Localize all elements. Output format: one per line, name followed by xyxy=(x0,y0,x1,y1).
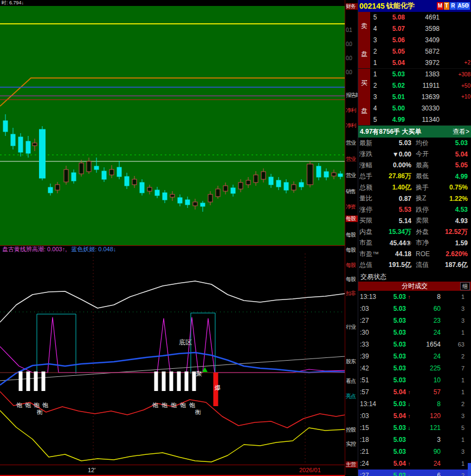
tick-volume: 121 xyxy=(412,424,441,432)
tick-count: 3 xyxy=(441,317,471,324)
tick-row[interactable]: :245.04↑241 xyxy=(358,458,471,470)
stock-badge[interactable]: R xyxy=(450,2,456,10)
stat-label: 流值 xyxy=(416,260,440,270)
sidebar-item[interactable]: 财务 xyxy=(346,3,358,10)
stat-label: 换Z xyxy=(416,194,440,203)
tick-price: 5.03 xyxy=(381,400,406,408)
order-level: 5 xyxy=(370,116,380,123)
sidebar-item[interactable]: 实控 xyxy=(346,441,358,447)
sidebar-item[interactable]: 营业 xyxy=(346,172,358,179)
tick-row[interactable]: :035.03603 xyxy=(358,303,471,315)
stat-value: 5.53 xyxy=(383,206,414,213)
stock-badge[interactable]: M xyxy=(437,2,443,10)
stat-value: 187.6亿 xyxy=(440,260,470,270)
stat-label: 总额 xyxy=(359,183,383,192)
stat-cell: 换Z1.22% xyxy=(415,193,471,205)
stat-cell: 卖限4.93 xyxy=(415,216,471,227)
sidebar-item[interactable]: 营业 xyxy=(346,140,358,146)
tick-row[interactable]: :275.03233 xyxy=(358,315,471,327)
order-book-row[interactable]: 15.043972+2 xyxy=(370,57,471,68)
big-order-banner[interactable]: 4.97有8756手 大买单 查看> xyxy=(358,126,471,138)
axis-label-major: 2026/01 xyxy=(299,467,321,473)
sidebar-item[interactable]: 股东 xyxy=(346,358,358,365)
stat-cell: 最新5.03 xyxy=(358,138,415,149)
sidebar-item[interactable]: 0.0 xyxy=(346,69,358,76)
down-arrow-icon: ↓ xyxy=(406,425,412,431)
orderbook-buy-block: 买盘15.031383+30825.0211911+5035.0113639+1… xyxy=(358,69,471,126)
svg-text:饱: 饱 xyxy=(24,402,31,408)
tick-row[interactable]: :215.03903 xyxy=(358,446,471,458)
quote-stats-grid: 最新5.03均价5.03涨跌▼0.00今开5.04涨幅0.00%最高5.05总手… xyxy=(358,138,471,271)
tick-volume: 24 xyxy=(412,353,441,360)
tick-row[interactable]: 13:145.03↓82 xyxy=(358,398,471,410)
sidebar-item[interactable]: 每股 xyxy=(346,262,358,269)
down-arrow-icon: ↓ xyxy=(406,473,412,476)
tick-count: 3 xyxy=(441,305,471,312)
tick-row[interactable]: :275.03↓62 xyxy=(358,470,471,476)
trade-status-label: 交易状态 xyxy=(358,271,471,282)
stat-cell: 总手27.86万 xyxy=(358,171,415,182)
sidebar-item[interactable]: 净利 xyxy=(346,107,358,114)
info-tab-strip: 财务0.10.00.00.0报告期净利净利营业营业营业销售净资每股每股每股每股每… xyxy=(345,0,358,476)
tick-row[interactable]: :185.0331 xyxy=(358,434,471,446)
tick-row[interactable]: :305.03241 xyxy=(358,327,471,338)
order-volume: 4691 xyxy=(405,14,440,21)
order-book-row[interactable]: 45.073598 xyxy=(370,23,471,35)
order-level: 1 xyxy=(370,59,380,67)
sidebar-item[interactable]: 报告期 xyxy=(346,92,358,99)
order-book-row[interactable]: 35.063409 xyxy=(370,35,471,46)
tick-price: 5.03 xyxy=(381,436,406,444)
sidebar-item[interactable]: 扣非 xyxy=(346,290,358,297)
sidebar-item[interactable]: 销售 xyxy=(346,188,358,195)
tick-row[interactable]: :155.03↓1215 xyxy=(358,422,471,434)
stock-badge[interactable]: A5Θ xyxy=(456,2,470,10)
order-book-row[interactable]: 25.0211911+50 xyxy=(370,80,471,92)
indicator-label-2: 蓝色妖姬: 0.048↓ xyxy=(71,246,116,253)
sidebar-item[interactable]: 行业 xyxy=(346,324,358,330)
stat-label: 市净 xyxy=(416,238,440,247)
tick-row[interactable]: :575.04↑571 xyxy=(358,386,471,398)
order-level: 5 xyxy=(370,14,380,21)
sidebar-item[interactable]: 0.0 xyxy=(346,55,358,62)
scrollbar-thumb[interactable] xyxy=(468,463,471,476)
tick-row[interactable]: :515.03101 xyxy=(358,374,471,386)
order-book-row[interactable]: 55.084691 xyxy=(370,12,471,23)
sidebar-item[interactable]: 净资 xyxy=(346,204,358,210)
stat-value: 27.86万 xyxy=(383,172,414,181)
sidebar-item[interactable]: 每股 xyxy=(346,276,358,283)
indicator-panel-chart[interactable]: 底区饱饱饱饱衡饱饱饱饱饱衡聚爆 xyxy=(0,253,345,465)
tick-row[interactable]: :035.04↑1203 xyxy=(358,410,471,422)
sidebar-item[interactable]: 0.1 xyxy=(346,27,358,34)
svg-text:饱: 饱 xyxy=(42,402,48,408)
order-book-row[interactable]: 25.055872 xyxy=(370,45,471,57)
tick-list[interactable]: 13:135.03↑81:035.03603:275.03233:305.032… xyxy=(358,291,471,476)
tick-row[interactable]: 13:135.03↑81 xyxy=(358,291,471,303)
order-book-row[interactable]: 15.031383+308 xyxy=(370,69,471,80)
tick-row[interactable]: :425.032257 xyxy=(358,362,471,374)
sidebar-item[interactable]: 每股 xyxy=(346,232,358,238)
sidebar-item[interactable]: 营业 xyxy=(346,156,358,162)
sidebar-item[interactable]: 控股 xyxy=(346,427,358,433)
svg-text:聚: 聚 xyxy=(196,370,202,377)
sidebar-item[interactable]: 净利 xyxy=(346,122,358,129)
stat-cell: 市盈™44.18 xyxy=(358,249,415,260)
order-book-row[interactable]: 35.0113639+10 xyxy=(370,92,471,103)
sidebar-item[interactable]: 每股 xyxy=(346,247,358,253)
sidebar-item[interactable]: 主营 xyxy=(346,461,358,468)
tick-row[interactable]: :335.03165463 xyxy=(358,338,471,350)
sidebar-item[interactable]: 看点 xyxy=(346,378,358,384)
stat-value: 5.04 xyxy=(440,151,470,158)
stock-badge[interactable]: T xyxy=(444,2,449,10)
sidebar-item[interactable]: 每股 xyxy=(346,216,358,222)
down-arrow-icon: ↓ xyxy=(406,401,412,407)
stat-cell: 总额1.40亿 xyxy=(358,182,415,193)
candlestick-chart[interactable] xyxy=(0,6,345,245)
sidebar-item[interactable]: 0.0 xyxy=(346,41,358,48)
order-delta: +308 xyxy=(440,71,471,77)
tick-detail-button[interactable]: 细 xyxy=(460,282,470,290)
tick-row[interactable]: :395.03242 xyxy=(358,350,471,362)
sidebar-item[interactable]: 亮点 xyxy=(346,393,358,400)
order-book-row[interactable]: 54.9911340 xyxy=(370,114,471,125)
view-link[interactable]: 查看> xyxy=(453,127,469,136)
order-book-row[interactable]: 45.0030330 xyxy=(370,102,471,114)
